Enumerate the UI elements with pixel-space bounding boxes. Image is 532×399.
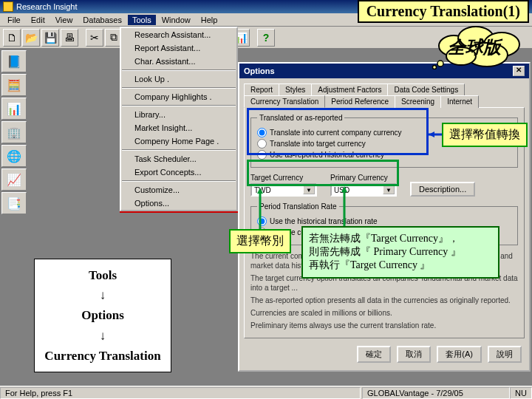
pal-5[interactable]: 🌐 [1, 145, 27, 167]
desc-text-5: Preliminary items always use the current… [250, 321, 518, 330]
mi-char-assistant[interactable]: Char. Assistant... [121, 55, 236, 68]
svg-point-6 [433, 66, 437, 69]
mi-company-highlights[interactable]: Company Highlights . [121, 90, 236, 103]
tb-save[interactable]: 💾 [41, 29, 59, 47]
target-label: Target Currency [250, 174, 317, 182]
radio-historical-rate[interactable]: Use the historical translation rate [257, 216, 511, 226]
svg-marker-8 [429, 132, 434, 137]
svg-point-5 [437, 61, 443, 66]
status-extra: NU [510, 387, 532, 399]
mi-library[interactable]: Library... [121, 108, 236, 121]
mi-export-concepts[interactable]: Export Concepts... [121, 166, 236, 179]
menu-databases[interactable]: Databases [78, 15, 126, 25]
menu-view[interactable]: View [51, 15, 78, 25]
slide-title: Currency Translation(1) [358, 0, 529, 23]
svg-marker-10 [257, 188, 263, 194]
primary-label: Primary Currency [330, 174, 397, 182]
mi-customize[interactable]: Customize... [121, 183, 236, 197]
mi-lookup[interactable]: Look Up . [121, 72, 236, 86]
tab-screening[interactable]: Screening [395, 95, 441, 108]
radio-as-reported[interactable]: Use as-reported historical currency [257, 150, 511, 160]
menu-file[interactable]: File [3, 15, 25, 25]
mi-market-insight[interactable]: Market Insight... [121, 121, 236, 134]
tb-cut[interactable]: ✂ [86, 29, 103, 47]
menu-help[interactable]: Help [197, 15, 222, 25]
callout-currency: 選擇幣別 [229, 229, 291, 253]
app-icon [3, 1, 13, 12]
tab-data-code[interactable]: Data Code Settings [387, 83, 465, 95]
tab-report[interactable]: Report [244, 83, 279, 95]
mi-task-scheduler[interactable]: Task Scheduler... [121, 152, 236, 166]
app-title: Research Insight [16, 2, 78, 11]
menu-tools[interactable]: Tools [128, 15, 156, 25]
desc-text-3: The as-reported option presents all data… [250, 296, 518, 305]
desc-text-4: Currencies are scaled in millions or bil… [250, 308, 518, 318]
cloud-text: 全球版 [448, 35, 501, 59]
hint-primary-target: 若無法轉成『Target Currency』， 則需先轉成『 Primary C… [301, 226, 499, 279]
tools-dropdown[interactable]: Research Assistant... Report Assistant..… [120, 27, 238, 211]
tab-adjustment[interactable]: Adjustment Factors [311, 83, 388, 95]
mi-options[interactable]: Options... [121, 197, 236, 210]
tb-print[interactable]: 🖶 [61, 29, 78, 47]
tab-styles[interactable]: Styles [279, 83, 312, 95]
tool-palette: 📘 🧮 📊 🏢 🌐 📈 📑 [1, 50, 28, 214]
cancel-button[interactable]: 取消 [397, 346, 431, 363]
pal-7[interactable]: 📑 [1, 192, 27, 214]
mi-report-assistant[interactable]: Report Assistant... [121, 41, 236, 55]
menu-window[interactable]: Window [157, 15, 195, 25]
pal-4[interactable]: 🏢 [1, 121, 27, 143]
tb-new[interactable]: 🗋 [3, 29, 21, 47]
mi-company-home[interactable]: Compeny Home Page . [121, 134, 236, 148]
ok-button[interactable]: 確定 [357, 346, 391, 363]
tb-open[interactable]: 📂 [22, 29, 40, 47]
group-period-legend: Period Translation Rate [257, 202, 339, 211]
menu-edit[interactable]: Edit [27, 15, 50, 25]
pal-6[interactable]: 📈 [1, 168, 27, 191]
description-button[interactable]: Description... [410, 182, 475, 197]
tab-internet[interactable]: Internet [440, 95, 479, 108]
pal-3[interactable]: 📊 [1, 98, 27, 120]
options-dialog: Options ✕ Report Styles Adjustment Facto… [238, 62, 531, 372]
group-translated-legend: Translated or as-reported [257, 114, 344, 122]
navigation-path: Tools ↓ Options ↓ Currency Translation [34, 259, 171, 372]
tab-currency-translation[interactable]: Currency Translation [244, 95, 325, 108]
status-right: GLOBALVantage - 7/29/05 [362, 387, 510, 399]
tb-help[interactable]: ? [257, 29, 275, 47]
pal-1[interactable]: 📘 [1, 50, 27, 72]
cloud-callout: 全球版 [432, 25, 528, 69]
tab-period-ref[interactable]: Period Reference [324, 95, 395, 108]
svg-marker-12 [341, 186, 347, 192]
pal-2[interactable]: 🧮 [1, 74, 27, 96]
callout-translation: 選擇幣值轉換 [442, 123, 528, 147]
status-bar: For Help, press F1 GLOBALVantage - 7/29/… [0, 386, 532, 399]
mi-research-assistant[interactable]: Research Assistant... [121, 28, 236, 41]
apply-button[interactable]: 套用(A) [437, 346, 482, 363]
help-button[interactable]: 說明 [488, 346, 522, 363]
dialog-title: Options [244, 66, 275, 75]
tabs: Report Styles Adjustment Factors Data Co… [244, 83, 525, 107]
status-left: For Help, press F1 [0, 387, 361, 399]
